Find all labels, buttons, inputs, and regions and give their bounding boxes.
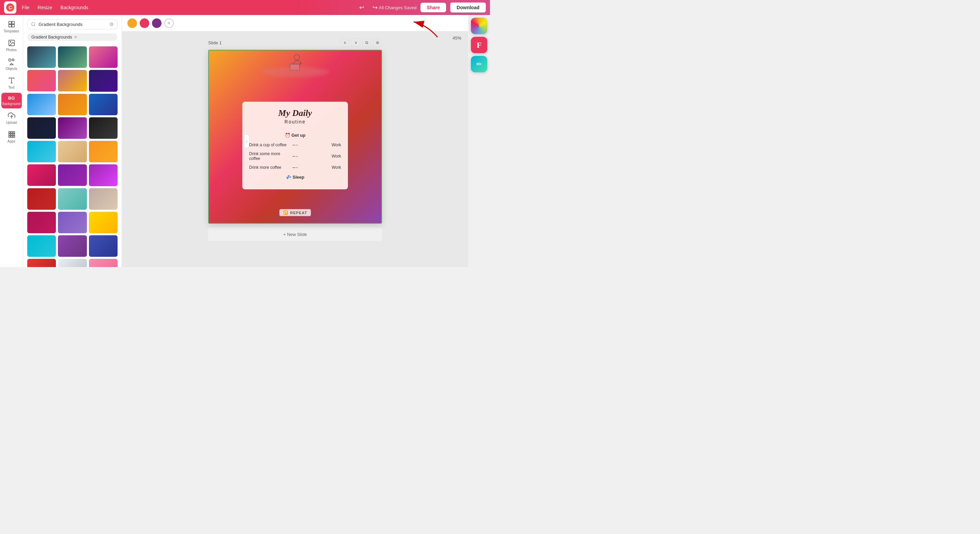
palette-color-purple[interactable] [152,18,162,28]
bg-swatch-19[interactable] [27,188,56,210]
bg-swatch-20[interactable] [58,188,87,210]
bg-swatch-17[interactable] [58,164,87,186]
bg-swatch-24[interactable] [89,212,118,233]
backgrounds-grid [27,46,118,267]
bg-swatch-8[interactable] [58,94,87,115]
sidebar-item-upload[interactable]: Upload [2,109,22,127]
svg-rect-6 [8,59,11,61]
search-icon [31,22,36,27]
sidebar-item-photos[interactable]: Photos [2,37,22,54]
sidebar-item-apps[interactable]: Apps [2,128,22,146]
bg-swatch-15[interactable] [89,141,118,162]
sidebar-label-apps: Apps [8,139,15,143]
bg-swatch-21[interactable] [89,188,118,210]
bg-swatch-5[interactable] [58,70,87,91]
slide-getup-item: ⏰ Get up [249,130,341,140]
sidebar-item-background[interactable]: BG Background [2,93,22,108]
palette-add-color-button[interactable]: + [164,18,174,28]
undo-button[interactable]: ↩ [358,2,366,13]
menu-resize[interactable]: Resize [38,3,52,11]
slide-row-2: Drink some more coffee ---→ Work [249,149,341,163]
bg-swatch-14[interactable] [58,141,87,162]
palette-color-orange[interactable] [127,18,137,28]
slide-header: Slide 1 ∧ ∨ ⧉ ⊕ [208,38,382,47]
new-slide-button[interactable]: + New Slide [208,228,382,241]
sidebar-label-background: Background [2,102,21,106]
remove-tag-button[interactable]: ✕ [74,35,77,40]
download-button[interactable]: Download [450,2,486,13]
svg-line-22 [34,25,35,26]
bg-swatch-3[interactable] [89,46,118,68]
slide-card: My Daily Routine ⏰ Get up Drink a cup of… [242,102,348,189]
bg-swatch-13[interactable] [27,141,56,162]
app-icon-gradient[interactable] [471,18,487,34]
repeat-label: REPEAT [290,211,307,215]
bg-swatch-25[interactable] [27,235,56,257]
bg-swatch-10[interactable] [27,117,56,139]
app-icon-font[interactable]: F [471,37,487,53]
bg-swatch-22[interactable] [27,212,56,233]
bg-swatch-2[interactable] [58,46,87,68]
slide-row-1-left: Drink a cup of coffee [249,142,290,147]
svg-point-5 [10,41,11,42]
zoom-indicator: 45% [452,35,461,41]
panel-collapse-handle[interactable]: ‹ [244,134,250,148]
app-icon-paint[interactable]: ✏ [471,56,487,72]
svg-marker-8 [10,64,13,65]
bg-swatch-26[interactable] [58,235,87,257]
active-tag-row: Gradient Backgrounds ✕ [27,33,118,41]
sidebar-label-objects: Objects [6,67,18,70]
slide-row-1: Drink a cup of coffee ---→ Work [249,140,341,149]
bg-swatch-9[interactable] [89,94,118,115]
bg-swatch-18[interactable] [89,164,118,186]
bg-swatch-27[interactable] [89,235,118,257]
bg-swatch-6[interactable] [89,70,118,91]
bg-swatch-7[interactable] [27,94,56,115]
svg-rect-2 [8,25,11,27]
slide-row-1-arrow: ---→ [293,142,298,147]
slide-up-button[interactable]: ∧ [340,38,349,47]
redo-button[interactable]: ↪ [371,2,379,13]
bg-swatch-16[interactable] [27,164,56,186]
topbar: C File Resize Backgrounds ↩ ↪ All Change… [0,0,490,15]
app-logo[interactable]: C [4,2,16,14]
canvas-scroll-area[interactable]: Slide 1 ∧ ∨ ⧉ ⊕ [122,31,468,267]
svg-rect-3 [11,25,14,27]
slide-canvas[interactable]: My Daily Routine ⏰ Get up Drink a cup of… [208,50,382,224]
share-button[interactable]: Share [420,3,446,12]
bg-swatch-11[interactable] [58,117,87,139]
search-bar: ⚙ [27,19,118,29]
slide-copy-button[interactable]: ⧉ [362,38,371,47]
slide-expand-button[interactable]: ⊕ [373,38,382,47]
bg-swatch-12[interactable] [89,117,118,139]
slide-title-line2: Routine [249,119,341,124]
svg-point-7 [12,59,14,61]
slide-sleep-item: 💤 Sleep [249,172,341,182]
sidebar-label-text: Text [8,86,14,89]
sidebar-item-text[interactable]: Text [2,74,22,92]
bg-swatch-23[interactable] [58,212,87,233]
svg-rect-0 [8,21,11,24]
menu-backgrounds[interactable]: Backgrounds [60,3,88,11]
menu-file[interactable]: File [22,3,30,11]
sidebar-item-objects[interactable]: Objects [2,55,22,73]
bg-swatch-30[interactable] [89,259,118,267]
sidebar-item-templates[interactable]: Templates [2,18,22,36]
filter-icon[interactable]: ⚙ [110,21,114,27]
slide-row-3-right: Work [301,165,341,170]
sidebar-label-photos: Photos [6,48,17,52]
main-layout: Templates Photos Objects Text [0,15,490,267]
slide-row-3-arrow: ---→ [293,165,298,170]
palette-color-red[interactable] [140,18,149,28]
getup-icon: ⏰ [285,133,292,138]
slide-brush-stroke [261,67,329,77]
svg-rect-14 [13,132,15,133]
search-input[interactable] [38,22,107,27]
bg-swatch-29[interactable] [58,259,87,267]
slide-down-button[interactable]: ∨ [351,38,360,47]
active-tag: Gradient Backgrounds ✕ [27,33,118,41]
svg-rect-16 [11,134,13,135]
bg-swatch-1[interactable] [27,46,56,68]
bg-swatch-28[interactable] [27,259,56,267]
bg-swatch-4[interactable] [27,70,56,91]
